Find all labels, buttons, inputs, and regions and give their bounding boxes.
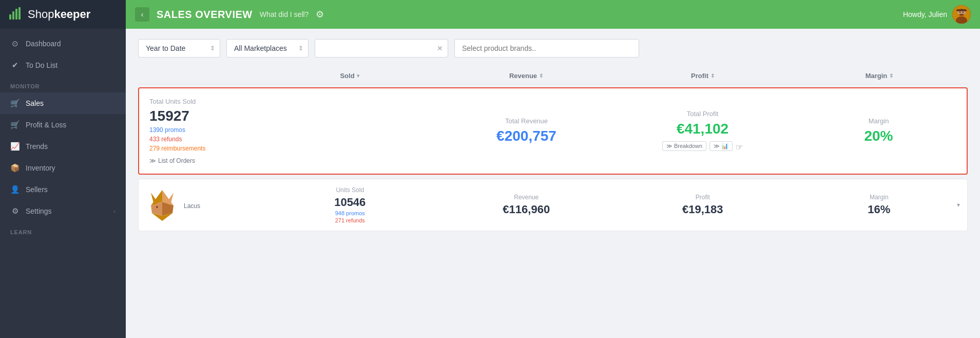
marketplace-wrapper: All Marketplaces Amazon US Amazon UK Ama…	[226, 39, 309, 58]
sidebar-item-dashboard[interactable]: ⊙ Dashboard	[0, 33, 126, 54]
date-range-wrapper: Year to Date Last 30 Days Last 7 Days Cu…	[138, 39, 220, 58]
product-col: Lacus	[139, 187, 262, 222]
col-sold[interactable]: Sold ▾	[261, 72, 438, 80]
svg-point-18	[156, 206, 158, 208]
sidebar-item-label: Settings	[26, 207, 52, 215]
svg-rect-1	[12, 11, 14, 20]
back-button[interactable]: ‹	[135, 7, 149, 22]
todo-icon: ✔	[10, 61, 20, 70]
sidebar-item-profit-loss[interactable]: 🛒 Profit & Loss	[0, 114, 126, 136]
page-title: SALES OVERVIEW	[157, 9, 253, 21]
settings-collapse-icon: ‹	[113, 208, 116, 214]
sidebar-item-settings[interactable]: ⚙ Settings ‹	[0, 200, 126, 222]
logo-icon	[9, 7, 24, 22]
col-margin[interactable]: Margin ⇕	[791, 72, 968, 80]
product-image	[147, 187, 178, 222]
inventory-icon: 📦	[10, 163, 20, 173]
sidebar-item-trends[interactable]: 📈 Trends	[0, 136, 126, 157]
breakdown-icon: ≫	[666, 143, 672, 149]
list-orders-icon: ≫	[149, 157, 156, 164]
product-row: Lacus Units Sold 10546 948 promos 271 re…	[138, 179, 968, 231]
reimbursements-value: 279 reimbursements	[149, 145, 252, 152]
filter-bar: Year to Date Last 30 Days Last 7 Days Cu…	[138, 39, 968, 58]
trends-icon: 📈	[10, 142, 20, 151]
units-label: Total Units Sold	[149, 98, 252, 105]
sidebar-item-label: Sellers	[26, 185, 48, 194]
summary-profit-col: Total Profit €41,102 ≫ Breakdown ≫ 📊 ☞	[614, 110, 791, 152]
sidebar-item-sales[interactable]: 🛒 Sales	[0, 92, 126, 114]
product-margin-col: Margin 16% ▾	[791, 194, 968, 216]
main-area: ‹ SALES OVERVIEW What did I sell? ⚙ Howd…	[126, 0, 980, 338]
sold-sort-icon: ▾	[357, 73, 359, 79]
svg-rect-10	[956, 9, 967, 11]
breakdown-button[interactable]: ≫ Breakdown	[662, 141, 706, 151]
margin-label: Margin	[796, 117, 962, 125]
page-subtitle: What did I sell?	[260, 10, 309, 18]
dashboard-icon: ⊙	[10, 39, 20, 48]
clear-icon[interactable]: ✕	[437, 44, 443, 52]
search-wrapper: ✕	[315, 39, 448, 58]
margin-value: 20%	[796, 128, 962, 144]
cursor-icon: ☞	[736, 142, 743, 152]
user-greeting: Howdy, Julien	[903, 10, 947, 18]
logo: Shopkeeper	[0, 0, 126, 29]
search-input[interactable]	[315, 39, 448, 58]
profit-value: €41,102	[620, 121, 785, 137]
profit-label: Total Profit	[620, 110, 785, 118]
logo-text: Shopkeeper	[28, 8, 90, 21]
sidebar-section-learn: LEARN	[0, 222, 126, 238]
content: Year to Date Last 30 Days Last 7 Days Cu…	[126, 29, 980, 338]
margin-sort-icon: ⇕	[889, 73, 893, 79]
sidebar: Shopkeeper ⊙ Dashboard ✔ To Do List MONI…	[0, 0, 126, 338]
svg-point-8	[959, 12, 960, 13]
revenue-sort-icon: ⇕	[539, 73, 543, 79]
marketplace-select[interactable]: All Marketplaces Amazon US Amazon UK Ama…	[226, 39, 309, 58]
breakdown-row: ≫ Breakdown ≫ 📊 ☞	[620, 140, 785, 152]
profit-loss-icon: 🛒	[10, 120, 20, 129]
sidebar-item-label: Inventory	[26, 164, 55, 172]
chart-bar-icon: 📊	[721, 143, 728, 149]
sidebar-item-sellers[interactable]: 👤 Sellers	[0, 179, 126, 200]
settings-icon: ⚙	[10, 206, 20, 216]
sidebar-item-todo[interactable]: ✔ To Do List	[0, 54, 126, 76]
topbar: ‹ SALES OVERVIEW What did I sell? ⚙ Howd…	[126, 0, 980, 29]
date-range-select[interactable]: Year to Date Last 30 Days Last 7 Days Cu…	[138, 39, 220, 58]
col-product	[138, 72, 261, 80]
row-expand-icon[interactable]: ▾	[957, 201, 960, 209]
list-of-orders-link[interactable]: ≫ List of Orders	[149, 157, 252, 164]
profit-sort-icon: ⇕	[710, 73, 715, 79]
sidebar-section-monitor: MONITOR	[0, 76, 126, 92]
col-revenue[interactable]: Revenue ⇕	[438, 72, 614, 80]
product-name: Lacus	[184, 202, 200, 210]
table-header: Sold ▾ Revenue ⇕ Profit ⇕ Margin ⇕	[138, 68, 968, 84]
col-profit[interactable]: Profit ⇕	[614, 72, 791, 80]
svg-point-9	[963, 12, 964, 13]
sidebar-item-label: Dashboard	[26, 40, 61, 48]
product-profit-col: Profit €19,183	[614, 194, 791, 216]
sidebar-item-inventory[interactable]: 📦 Inventory	[0, 157, 126, 179]
summary-row: Total Units Sold 15927 1390 promos 433 r…	[138, 87, 968, 175]
brands-wrapper	[454, 39, 639, 58]
promos-value: 1390 promos	[149, 126, 252, 134]
revenue-value: €200,757	[444, 128, 609, 144]
refunds-value: 433 refunds	[149, 136, 252, 143]
svg-rect-3	[18, 7, 21, 20]
units-value: 15927	[149, 108, 252, 124]
brands-input[interactable]	[454, 39, 639, 58]
svg-rect-2	[15, 9, 17, 20]
product-sold-col: Units Sold 10546 948 promos 271 refunds	[262, 186, 438, 223]
summary-margin-col: Margin 20%	[791, 117, 967, 144]
chart-button[interactable]: ≫ 📊	[709, 141, 733, 151]
sellers-icon: 👤	[10, 185, 20, 194]
avatar	[952, 5, 971, 24]
svg-rect-0	[9, 14, 11, 20]
product-revenue-col: Revenue €116,960	[438, 194, 615, 216]
sidebar-item-label: To Do List	[26, 61, 57, 69]
sidebar-item-label: Profit & Loss	[26, 121, 66, 129]
sidebar-item-label: Trends	[26, 142, 48, 151]
gear-icon[interactable]: ⚙	[316, 9, 324, 20]
sidebar-nav: ⊙ Dashboard ✔ To Do List MONITOR 🛒 Sales…	[0, 29, 126, 338]
revenue-label: Total Revenue	[444, 117, 609, 125]
sidebar-item-label: Sales	[26, 99, 44, 107]
topbar-right: Howdy, Julien	[903, 5, 971, 24]
